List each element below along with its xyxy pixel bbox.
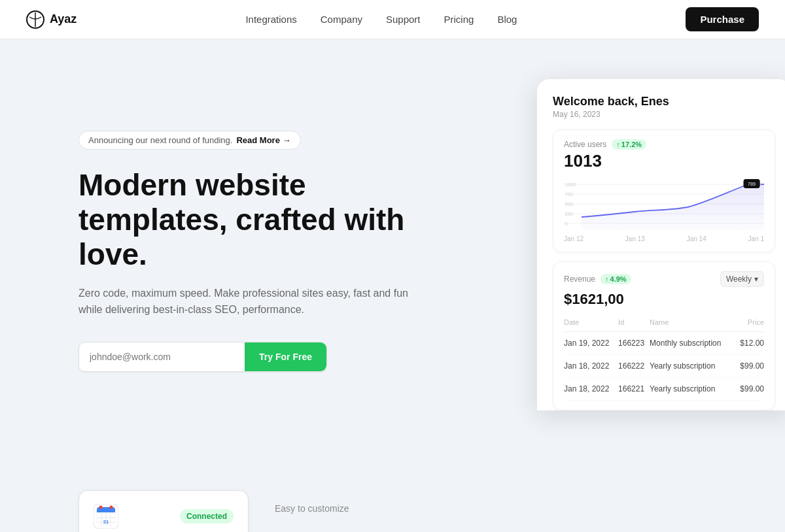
svg-point-28: [110, 506, 113, 509]
col-id: Id: [618, 316, 650, 332]
table-row: Jan 18, 2022 166221 Yearly subscription …: [564, 378, 764, 401]
connected-badge: Connected: [180, 509, 234, 524]
logo-icon: [26, 10, 44, 29]
svg-point-27: [99, 506, 103, 509]
nav-support[interactable]: Support: [386, 14, 421, 25]
navbar: Ayaz Integrations Company Support Pricin…: [0, 0, 785, 39]
row1-date: Jan 19, 2022: [564, 332, 618, 355]
row1-name: Monthly subscription: [650, 332, 735, 355]
revenue-badge: ↑ 4.9%: [601, 274, 631, 284]
row3-name: Yearly subscription: [650, 378, 735, 401]
dashboard-welcome: Welcome back, Enes: [553, 95, 775, 108]
row3-date: Jan 18, 2022: [564, 378, 618, 401]
dashboard-date: May 16, 2023: [553, 110, 775, 119]
try-for-free-button[interactable]: Try For Free: [245, 342, 326, 371]
email-input[interactable]: [79, 342, 245, 371]
nav-company[interactable]: Company: [321, 14, 362, 25]
svg-text:250: 250: [565, 211, 573, 217]
row2-name: Yearly subscription: [650, 355, 735, 378]
table-row: Jan 19, 2022 166223 Monthly subscription…: [564, 332, 764, 355]
revenue-card: Revenue ↑ 4.9% Weekly ▾ $1621,00: [553, 261, 775, 410]
table-row: Jan 18, 2022 166222 Yearly subscription …: [564, 355, 764, 378]
logo-text: Ayaz: [50, 12, 77, 26]
chart-x-labels: Jan 12 Jan 13 Jan 14 Jan 1: [564, 233, 764, 242]
row1-price: $12.00: [735, 332, 764, 355]
revenue-value: $1621,00: [564, 291, 764, 308]
main-content: Announcing our next round of funding. Re…: [0, 39, 785, 532]
col-price: Price: [735, 316, 764, 332]
svg-text:750: 750: [565, 191, 573, 197]
google-calendar-icon: 31: [94, 504, 118, 529]
svg-rect-18: [97, 510, 115, 512]
svg-text:1000: 1000: [565, 182, 576, 188]
row1-id: 166223: [618, 332, 650, 355]
svg-text:31: 31: [103, 519, 109, 525]
row2-price: $99.00: [735, 355, 764, 378]
svg-text:0: 0: [565, 221, 568, 227]
chevron-down-icon: ▾: [754, 274, 758, 284]
col-date: Date: [564, 316, 618, 332]
active-users-chart: 1000 750 500 250 0: [564, 178, 764, 230]
announcement-text: Announcing our next round of funding.: [88, 135, 232, 145]
hero-subtitle: Zero code, maximum speed. Make professio…: [78, 285, 419, 318]
customize-text-container: Easy to customize: [275, 490, 349, 514]
hero-left: Announcing our next round of funding. Re…: [78, 91, 419, 372]
dashboard-card: Welcome back, Enes May 16, 2023 Active u…: [536, 78, 785, 410]
hero-form: Try For Free: [78, 342, 327, 372]
row2-date: Jan 18, 2022: [564, 355, 618, 378]
bottom-section: 31 Connected Calendar New Automatically …: [0, 471, 785, 532]
weekly-dropdown[interactable]: Weekly ▾: [720, 271, 764, 287]
active-users-badge: ↑ 17.2%: [612, 139, 646, 150]
x-label-jan1: Jan 1: [748, 235, 764, 242]
nav-pricing[interactable]: Pricing: [444, 14, 474, 25]
active-users-label: Active users: [564, 140, 606, 149]
revenue-label: Revenue: [564, 274, 595, 284]
active-users-value: 1013: [564, 151, 764, 171]
row2-id: 166222: [618, 355, 650, 378]
customize-text: Easy to customize: [275, 490, 349, 514]
integration-card: 31 Connected Calendar New Automatically …: [78, 490, 249, 532]
logo[interactable]: Ayaz: [26, 10, 77, 29]
nav-integrations[interactable]: Integrations: [245, 14, 296, 25]
row3-price: $99.00: [735, 378, 764, 401]
col-name: Name: [650, 316, 735, 332]
x-label-jan12: Jan 12: [564, 235, 584, 242]
purchase-button[interactable]: Purchase: [686, 7, 759, 31]
announcement-badge: Announcing our next round of funding. Re…: [78, 131, 301, 150]
revenue-table: Date Id Name Price Jan 19, 2022 166223 M…: [564, 316, 764, 401]
x-label-jan13: Jan 13: [625, 235, 645, 242]
svg-text:500: 500: [565, 201, 573, 207]
arrow-up-icon: ↑: [616, 141, 620, 148]
read-more-link[interactable]: Read More →: [236, 135, 290, 145]
nav-blog[interactable]: Blog: [497, 14, 517, 25]
row3-id: 166221: [618, 378, 650, 401]
nav-links: Integrations Company Support Pricing Blo…: [245, 14, 517, 25]
active-users-card: Active users ↑ 17.2% 1013: [553, 129, 775, 252]
x-label-jan14: Jan 14: [687, 235, 706, 242]
hero-section: Announcing our next round of funding. Re…: [0, 39, 785, 471]
arrow-up-icon-2: ↑: [605, 275, 609, 283]
hero-title: Modern website templates, crafted with l…: [78, 168, 419, 272]
svg-text:789: 789: [748, 181, 756, 187]
